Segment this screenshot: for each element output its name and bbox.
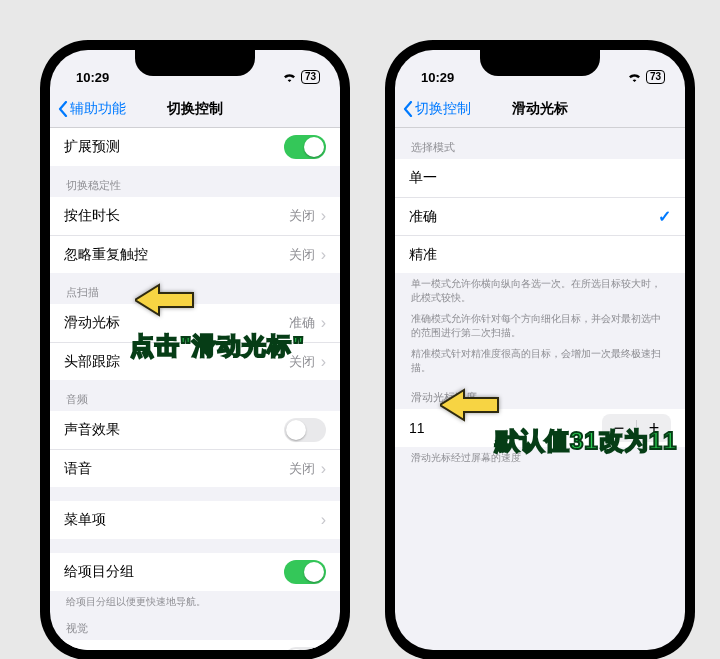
row-menu-items[interactable]: 菜单项 ›: [50, 501, 340, 539]
row-mode-accurate[interactable]: 准确 ✓: [395, 197, 685, 235]
row-voice[interactable]: 语音 关闭 ›: [50, 449, 340, 487]
nav-bar: 切换控制 滑动光标: [395, 90, 685, 128]
row-label: 声音效果: [64, 421, 284, 439]
annotation-arrow-right: [440, 388, 500, 422]
switch-group[interactable]: [284, 560, 326, 584]
row-ignore-repeat[interactable]: 忽略重复触控 关闭 ›: [50, 235, 340, 273]
phone-right: 10:29 73 切换控制 滑动光标 选择模式 单一 准确: [385, 40, 695, 659]
row-mode-precise[interactable]: 精准: [395, 235, 685, 273]
row-label: 忽略重复触控: [64, 246, 289, 264]
status-time: 10:29: [76, 70, 109, 85]
row-hold-duration[interactable]: 按住时长 关闭 ›: [50, 197, 340, 235]
annotation-caption-right: 默认值31改为11: [495, 425, 677, 457]
chevron-right-icon: ›: [321, 354, 326, 370]
chevron-right-icon: ›: [321, 315, 326, 331]
footer-mode2: 准确模式允许你针对每个方向细化目标，并会对最初选中的范围进行第二次扫描。: [395, 304, 685, 339]
row-label: 按住时长: [64, 207, 289, 225]
header-audio: 音频: [50, 380, 340, 411]
header-mode: 选择模式: [395, 128, 685, 159]
row-label: 单一: [409, 169, 671, 187]
svg-marker-0: [135, 285, 193, 315]
row-value: 关闭: [289, 246, 315, 264]
annotation-caption-left: 点击"滑动光标": [130, 330, 305, 362]
footer-mode1: 单一模式允许你横向纵向各选一次。在所选目标较大时，此模式较快。: [395, 273, 685, 304]
chevron-right-icon: ›: [321, 208, 326, 224]
chevron-right-icon: ›: [321, 461, 326, 477]
row-big-cursor[interactable]: 大光标: [50, 640, 340, 651]
notch: [480, 50, 600, 76]
header-visual: 视觉: [50, 609, 340, 640]
switch-sound[interactable]: [284, 418, 326, 442]
row-sound-effects[interactable]: 声音效果: [50, 411, 340, 449]
switch-expand[interactable]: [284, 135, 326, 159]
row-value: 关闭: [289, 460, 315, 478]
header-speed: 滑动光标速度: [395, 374, 685, 409]
footer-group: 给项目分组以便更快速地导航。: [50, 591, 340, 609]
switch-big-cursor[interactable]: [284, 647, 326, 651]
content-left[interactable]: 扩展预测 切换稳定性 按住时长 关闭 › 忽略重复触控 关闭 › 点扫描: [50, 128, 340, 650]
nav-title: 滑动光标: [395, 100, 685, 118]
battery-indicator: 73: [301, 70, 320, 84]
header-stability: 切换稳定性: [50, 166, 340, 197]
wifi-icon: [282, 70, 297, 85]
screen-right: 10:29 73 切换控制 滑动光标 选择模式 单一 准确: [395, 50, 685, 650]
footer-mode3: 精准模式针对精准度很高的目标，会增加一次最终极速扫描。: [395, 339, 685, 374]
row-mode-single[interactable]: 单一: [395, 159, 685, 197]
svg-marker-1: [440, 390, 498, 420]
row-label: 精准: [409, 246, 671, 264]
row-label: 扩展预测: [64, 138, 284, 156]
header-point-scan: 点扫描: [50, 273, 340, 304]
status-time: 10:29: [421, 70, 454, 85]
chevron-right-icon: ›: [321, 247, 326, 263]
annotation-arrow-left: [135, 283, 195, 317]
battery-indicator: 73: [646, 70, 665, 84]
checkmark-icon: ✓: [658, 207, 671, 226]
row-label: 菜单项: [64, 511, 315, 529]
wifi-icon: [627, 70, 642, 85]
row-label: 语音: [64, 460, 289, 478]
row-value: 关闭: [289, 207, 315, 225]
nav-title: 切换控制: [50, 100, 340, 118]
row-label: 大光标: [64, 650, 284, 651]
row-label: 给项目分组: [64, 563, 284, 581]
chevron-right-icon: ›: [321, 512, 326, 528]
row-expand-predict[interactable]: 扩展预测: [50, 128, 340, 166]
notch: [135, 50, 255, 76]
row-group-items[interactable]: 给项目分组: [50, 553, 340, 591]
nav-bar: 辅助功能 切换控制: [50, 90, 340, 128]
row-label: 准确: [409, 208, 658, 226]
content-right[interactable]: 选择模式 单一 准确 ✓ 精准 单一模式允许你横向纵向各选一次。在所选目标较大时…: [395, 128, 685, 650]
